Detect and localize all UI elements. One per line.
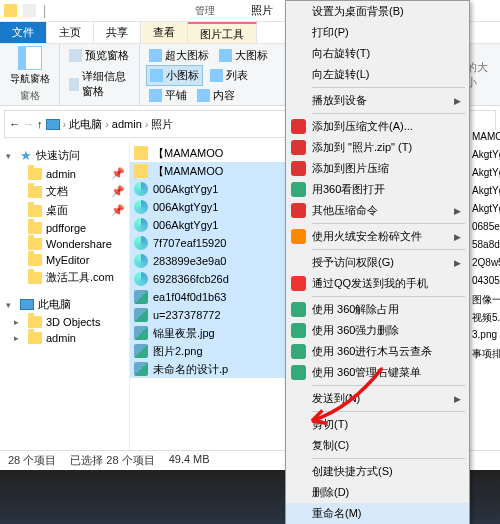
file-icon — [134, 236, 148, 250]
file-icon — [134, 290, 148, 304]
l-icons-btn[interactable]: 大图标 — [216, 46, 271, 65]
file-item[interactable]: AkgtYgy1h — [470, 202, 500, 220]
file-item[interactable]: 04305a4a — [470, 274, 500, 292]
folder-icon — [28, 205, 42, 217]
submenu-arrow-icon: ▶ — [454, 394, 461, 404]
file-icon — [134, 164, 148, 178]
file-item[interactable]: 图像一.xcf — [470, 292, 500, 310]
folder-icon — [28, 238, 42, 250]
sidebar-item[interactable]: MyEditor — [2, 252, 127, 268]
content-btn[interactable]: 内容 — [194, 86, 238, 105]
sidebar-item[interactable]: ▸admin — [2, 330, 127, 346]
submenu-arrow-icon: ▶ — [454, 206, 461, 216]
up-icon[interactable]: ↑ — [37, 118, 43, 130]
folder-icon — [28, 316, 42, 328]
folder-icon — [28, 272, 42, 284]
file-icon — [134, 182, 148, 196]
context-menu-item[interactable]: 打印(P) — [286, 22, 469, 43]
context-menu-item[interactable]: 用360看图打开 — [286, 179, 469, 200]
file-item[interactable]: 2Q8w5.im — [470, 256, 500, 274]
xl-icons-btn[interactable]: 超大图标 — [146, 46, 212, 65]
context-menu-item[interactable]: 复制(C) — [286, 435, 469, 456]
nav-pane-icon[interactable] — [18, 46, 42, 70]
list-btn[interactable]: 列表 — [207, 65, 251, 86]
crumb-photos[interactable]: 照片 — [151, 117, 173, 132]
pin-icon: 📌 — [111, 204, 125, 217]
context-tab-label: 管理 — [195, 4, 215, 18]
file-item[interactable]: AkgtYgy1g — [470, 184, 500, 202]
menu-icon — [291, 276, 306, 291]
window-title: 照片 — [251, 3, 273, 18]
menu-icon — [291, 161, 306, 176]
tab-picture-tools[interactable]: 图片工具 — [188, 22, 257, 43]
menu-icon — [291, 140, 306, 155]
status-size: 49.4 MB — [169, 453, 210, 468]
context-menu-item[interactable]: 创建快捷方式(S) — [286, 461, 469, 482]
context-menu-item[interactable]: 重命名(M) — [286, 503, 469, 524]
ribbon-group-panes: 预览窗格 详细信息窗格 — [60, 44, 140, 105]
status-selected: 已选择 28 个项目 — [70, 453, 154, 468]
tab-home[interactable]: 主页 — [47, 22, 94, 43]
menu-icon — [291, 344, 306, 359]
file-item[interactable]: AkgtYgy1g — [470, 166, 500, 184]
sidebar-item[interactable]: ▸3D Objects — [2, 314, 127, 330]
context-menu-item[interactable]: 使用 360进行木马云查杀 — [286, 341, 469, 362]
crumb-admin[interactable]: admin — [112, 118, 142, 130]
file-item[interactable]: 事项排期表 — [470, 346, 500, 364]
sidebar-item[interactable]: 桌面📌 — [2, 201, 127, 220]
context-menu-item[interactable]: 使用 360解除占用 — [286, 299, 469, 320]
sidebar-this-pc[interactable]: ▾此电脑 — [2, 295, 127, 314]
context-menu-item[interactable]: 授予访问权限(G)▶ — [286, 252, 469, 273]
menu-icon — [291, 302, 306, 317]
file-item[interactable]: 视频5.mp4 — [470, 310, 500, 328]
sidebar-quick-access[interactable]: ▾★快速访问 — [2, 146, 127, 165]
sidebar-item[interactable]: 激活工具.com — [2, 268, 127, 287]
sidebar-item[interactable]: admin📌 — [2, 165, 127, 182]
s-icons-btn[interactable]: 小图标 — [146, 65, 203, 86]
file-icon — [134, 344, 148, 358]
context-menu-item[interactable]: 使用 360强力删除 — [286, 320, 469, 341]
context-menu-item[interactable]: 其他压缩命令▶ — [286, 200, 469, 221]
tab-file[interactable]: 文件 — [0, 22, 47, 43]
sidebar-item[interactable]: 文档📌 — [2, 182, 127, 201]
file-item[interactable]: MAMOO — [470, 130, 500, 148]
file-icon — [134, 308, 148, 322]
file-item[interactable]: 0685e8d6f — [470, 220, 500, 238]
menu-icon — [291, 119, 306, 134]
file-item[interactable]: 3.png — [470, 328, 500, 346]
folder-icon — [28, 254, 42, 266]
context-menu-item[interactable]: 播放到设备▶ — [286, 90, 469, 111]
file-item[interactable]: AkgtYgy1g — [470, 148, 500, 166]
submenu-arrow-icon: ▶ — [454, 232, 461, 242]
context-menu-item[interactable]: 设置为桌面背景(B) — [286, 1, 469, 22]
preview-pane-btn[interactable]: 预览窗格 — [66, 46, 132, 65]
context-menu-separator — [312, 113, 465, 114]
back-icon[interactable]: ← — [9, 118, 20, 130]
tab-share[interactable]: 共享 — [94, 22, 141, 43]
sidebar-item[interactable]: pdfforge — [2, 220, 127, 236]
sidebar-item[interactable]: Wondershare — [2, 236, 127, 252]
context-menu-item[interactable]: 通过QQ发送到我的手机 — [286, 273, 469, 294]
file-icon — [134, 200, 148, 214]
context-menu-separator — [312, 87, 465, 88]
file-icon — [134, 218, 148, 232]
context-menu-item[interactable]: 添加到压缩文件(A)... — [286, 116, 469, 137]
folder-icon — [28, 168, 42, 180]
star-icon: ★ — [20, 148, 32, 163]
context-menu-item[interactable]: 添加到图片压缩 — [286, 158, 469, 179]
context-menu: 设置为桌面背景(B)打印(P)向右旋转(T)向左旋转(L)播放到设备▶添加到压缩… — [285, 0, 470, 524]
tab-view[interactable]: 查看 — [141, 22, 188, 43]
qat-icon[interactable] — [23, 4, 36, 17]
context-menu-item[interactable]: 删除(D) — [286, 482, 469, 503]
pin-icon: 📌 — [111, 167, 125, 180]
file-item[interactable]: 58a8d6ab — [470, 238, 500, 256]
context-menu-item[interactable]: 使用火绒安全粉碎文件▶ — [286, 226, 469, 247]
context-menu-item[interactable]: 添加到 "照片.zip" (T) — [286, 137, 469, 158]
tiles-btn[interactable]: 平铺 — [146, 86, 190, 105]
context-menu-item[interactable]: 向左旋转(L) — [286, 64, 469, 85]
file-icon — [134, 272, 148, 286]
crumb-this-pc[interactable]: 此电脑 — [69, 117, 102, 132]
context-menu-item[interactable]: 向右旋转(T) — [286, 43, 469, 64]
details-pane-btn[interactable]: 详细信息窗格 — [66, 67, 133, 101]
fwd-icon[interactable]: → — [23, 118, 34, 130]
